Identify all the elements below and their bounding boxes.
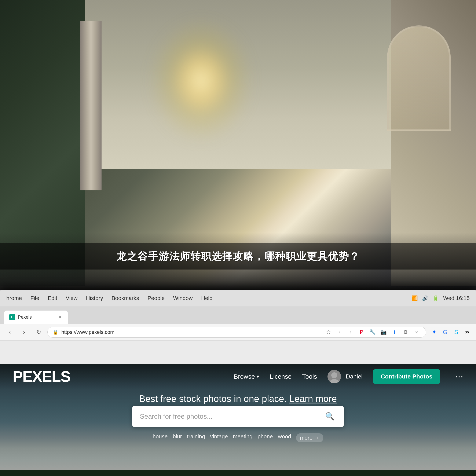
pexels-hero: PEXELS Browse ▾ License Tools — [0, 364, 476, 476]
svg-point-9 — [331, 372, 337, 378]
suggestion-house[interactable]: house — [153, 433, 168, 442]
pillar — [80, 21, 102, 190]
extension-icon-3[interactable]: f — [390, 328, 399, 336]
refresh-button[interactable]: ↻ — [33, 327, 44, 338]
suggestion-phone[interactable]: phone — [257, 433, 273, 442]
suggestion-training[interactable]: training — [187, 433, 205, 442]
browse-menu[interactable]: Browse ▾ — [234, 373, 259, 380]
search-suggestions: house blur training vintage meeting phon… — [153, 433, 323, 442]
menu-history[interactable]: History — [86, 295, 103, 302]
bookmark-star-icon[interactable]: ☆ — [324, 328, 333, 336]
pexels-tagline: Best free stock photos in one place. Lea… — [139, 393, 337, 404]
contribute-photos-button[interactable]: Contribute Photos — [373, 369, 440, 384]
tab-favicon: P — [9, 314, 15, 320]
active-tab[interactable]: P Pexels × — [4, 311, 68, 324]
extensions-more[interactable]: ≫ — [462, 327, 472, 337]
address-field[interactable]: 🔒 https://www.pexels.com ☆ ‹ › P 🔧 📷 f ⚙… — [47, 327, 426, 338]
extension-icon-2[interactable]: 📷 — [379, 328, 388, 336]
menu-edit[interactable]: Edit — [48, 295, 57, 302]
browse-chevron-icon: ▾ — [257, 374, 259, 379]
tab-bar: P Pexels × — [0, 307, 476, 324]
menu-bar: hrome File Edit View History Bookmarks P… — [0, 290, 476, 307]
clock: Wed 16:15 — [443, 295, 470, 302]
nav-links: Browse ▾ License Tools — [234, 369, 463, 384]
subtitle-text: 龙之谷手游法师转职选择攻略，哪种职业更具优势？ — [116, 251, 360, 262]
forward-icon: › — [23, 329, 25, 336]
back-icon: ‹ — [9, 329, 11, 336]
search-icon: 🔍 — [325, 412, 335, 421]
extension-icon-1[interactable]: 🔧 — [368, 328, 377, 336]
user-profile[interactable]: Daniel — [327, 370, 362, 383]
forward-button[interactable]: › — [19, 327, 30, 338]
light-glare — [148, 17, 254, 144]
battery-icon: 🔋 — [433, 295, 439, 301]
refresh-icon: ↻ — [36, 329, 41, 336]
suggestion-vintage[interactable]: vintage — [210, 433, 228, 442]
pexels-logo[interactable]: PEXELS — [13, 368, 70, 385]
secure-icon: 🔒 — [53, 329, 58, 335]
tools-link[interactable]: Tools — [302, 373, 317, 380]
nav-arrow-right-icon[interactable]: › — [346, 328, 355, 336]
address-url: https://www.pexels.com — [61, 329, 115, 335]
tab-close-button[interactable]: × — [58, 315, 63, 320]
extension-icon-4[interactable]: ⚙ — [401, 328, 410, 336]
user-avatar — [327, 370, 341, 383]
window-arch — [387, 25, 451, 131]
pexels-center-content: Best free stock photos in one place. Lea… — [0, 393, 476, 442]
pexels-search-bar[interactable]: Search for free photos... 🔍 — [132, 406, 344, 427]
menu-view[interactable]: View — [66, 295, 77, 302]
menu-bookmarks[interactable]: Bookmarks — [112, 295, 139, 302]
suggestion-blur[interactable]: blur — [173, 433, 182, 442]
pexels-website: PEXELS Browse ▾ License Tools — [0, 364, 476, 476]
suggestion-more[interactable]: more → — [296, 433, 323, 442]
background-photo — [0, 0, 476, 317]
tab-label: Pexels — [18, 314, 32, 320]
menu-items: hrome File Edit View History Bookmarks P… — [6, 295, 212, 302]
google-icon[interactable]: G — [441, 327, 450, 337]
license-link[interactable]: License — [270, 373, 291, 380]
menu-file[interactable]: File — [31, 295, 39, 302]
menu-help[interactable]: Help — [201, 295, 212, 302]
menu-window[interactable]: Window — [173, 295, 192, 302]
browse-link: Browse — [234, 373, 255, 380]
extension-close-icon[interactable]: × — [412, 328, 421, 336]
pexels-nav: PEXELS Browse ▾ License Tools — [0, 364, 476, 389]
back-button[interactable]: ‹ — [4, 327, 15, 338]
pinterest-icon[interactable]: P — [357, 328, 366, 336]
user-name-label: Daniel — [346, 373, 362, 380]
wifi-icon: 📶 — [411, 295, 418, 301]
browser-window: hrome File Edit View History Bookmarks P… — [0, 290, 476, 476]
nav-arrow-icon[interactable]: ‹ — [335, 328, 344, 336]
search-placeholder-text: Search for free photos... — [140, 412, 319, 420]
subtitle-overlay: 龙之谷手游法师转职选择攻略，哪种职业更具优势？ — [0, 243, 476, 270]
menu-people[interactable]: People — [147, 295, 165, 302]
suggestion-wood[interactable]: wood — [278, 433, 291, 442]
tagline-text: Best free stock photos in one place. — [139, 393, 287, 404]
suggestion-meeting[interactable]: meeting — [233, 433, 253, 442]
address-bar-icons: ☆ ‹ › P 🔧 📷 f ⚙ × — [324, 328, 421, 336]
learn-more-link[interactable]: Learn more — [289, 393, 337, 404]
dropbox-icon[interactable]: ✦ — [429, 327, 439, 337]
address-bar-row: ‹ › ↻ 🔒 https://www.pexels.com ☆ ‹ › P 🔧… — [0, 324, 476, 340]
menu-apple[interactable]: hrome — [6, 295, 22, 302]
toolbar-icons: ✦ G S ≫ — [429, 327, 472, 337]
volume-icon: 🔊 — [422, 295, 428, 301]
system-icons: 📶 🔊 🔋 Wed 16:15 — [411, 295, 470, 302]
search-button[interactable]: 🔍 — [323, 410, 336, 423]
skype-icon[interactable]: S — [451, 327, 461, 337]
more-options-icon[interactable]: ⋯ — [455, 372, 463, 381]
